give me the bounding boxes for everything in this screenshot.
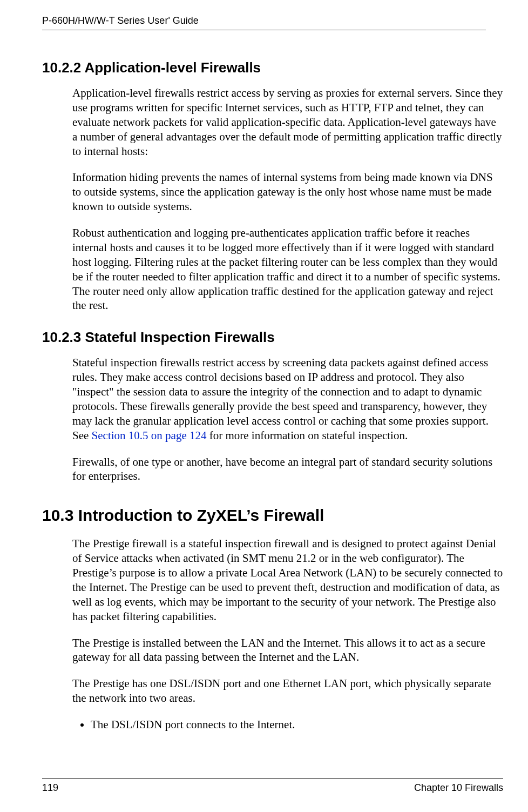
para-10-2-2-1: Application-level firewalls restrict acc… bbox=[72, 86, 503, 158]
heading-10-2-2: 10.2.2 Application-level Firewalls bbox=[42, 59, 503, 76]
page-number: 119 bbox=[42, 782, 58, 794]
page-content: 10.2.2 Application-level Firewalls Appli… bbox=[42, 43, 503, 744]
para-10-2-3-1: Stateful inspection firewalls restrict a… bbox=[72, 355, 503, 442]
page: P-660H/HW/W-T Series User' Guide 10.2.2 … bbox=[0, 0, 528, 812]
para-10-2-2-3: Robust authentication and logging pre-au… bbox=[72, 226, 503, 313]
running-title: P-660H/HW/W-T Series User' Guide bbox=[42, 15, 199, 26]
para-10-3-2: The Prestige is installed between the LA… bbox=[72, 636, 503, 665]
para-10-2-3-1-post: for more information on stateful inspect… bbox=[206, 429, 408, 442]
para-10-2-2-2: Information hiding prevents the names of… bbox=[72, 170, 503, 214]
bullet-list-10-3: The DSL/ISDN port connects to the Intern… bbox=[72, 717, 503, 732]
heading-10-3: 10.3 Introduction to ZyXEL’s Firewall bbox=[42, 506, 503, 525]
bullet-10-3-1: The DSL/ISDN port connects to the Intern… bbox=[91, 717, 503, 732]
running-header: P-660H/HW/W-T Series User' Guide bbox=[42, 15, 486, 30]
heading-10-2-3: 10.2.3 Stateful Inspection Firewalls bbox=[42, 329, 503, 346]
chapter-label: Chapter 10 Firewalls bbox=[414, 782, 503, 794]
xref-section-10-5[interactable]: Section 10.5 on page 124 bbox=[92, 429, 207, 442]
para-10-2-3-2: Firewalls, of one type or another, have … bbox=[72, 455, 503, 484]
para-10-3-3: The Prestige has one DSL/ISDN port and o… bbox=[72, 676, 503, 706]
page-footer: 119 Chapter 10 Firewalls bbox=[42, 779, 503, 794]
para-10-3-1: The Prestige firewall is a stateful insp… bbox=[72, 536, 503, 623]
